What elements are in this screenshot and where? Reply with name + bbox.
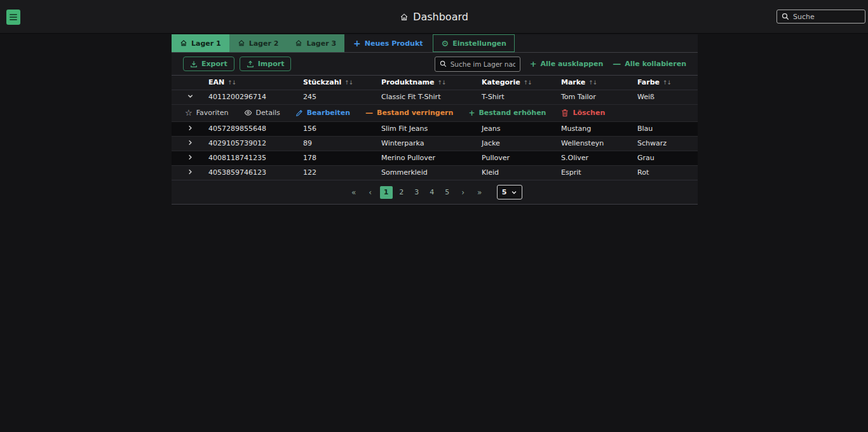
import-button[interactable]: Import (240, 57, 292, 71)
details-button[interactable]: Details (244, 109, 280, 117)
lager-search[interactable] (435, 57, 520, 72)
cell-marke: Esprit (561, 165, 637, 180)
page-button-4[interactable]: 4 (426, 186, 438, 199)
next-page-button[interactable]: › (456, 186, 470, 199)
increase-stock-button[interactable]: + Bestand erhöhen (468, 109, 546, 117)
new-product-button[interactable]: + Neues Produkt (344, 34, 431, 52)
chevron-right-icon[interactable] (187, 139, 194, 146)
chevron-right-icon[interactable] (187, 125, 194, 132)
row-actions: ☆ Favoriten Details (172, 104, 698, 121)
cell-marke: Tom Tailor (561, 90, 637, 104)
search-icon (782, 13, 789, 20)
pencil-icon (295, 109, 303, 117)
tab-lager-1[interactable]: Lager 1 (172, 34, 229, 52)
page-size-select[interactable]: 5 (497, 185, 523, 199)
prev-page-button[interactable]: ‹ (363, 186, 377, 199)
table-row[interactable]: 4053859746123 122 Sommerkleid Kleid Espr… (172, 165, 698, 180)
edit-button[interactable]: Bearbeiten (295, 109, 350, 117)
column-header-stueckzahl[interactable]: Stückzahl↑↓ (303, 76, 381, 90)
table-toolbar: Export Import + (172, 53, 698, 76)
table-header-row: EAN↑↓ Stückzahl↑↓ Produktname↑↓ Kategori… (172, 76, 698, 90)
table-row[interactable]: 4011200296714 245 Classic Fit T-Shirt T-… (172, 90, 698, 104)
decrease-stock-button[interactable]: — Bestand verringern (365, 109, 453, 117)
cell-kategorie: Pullover (482, 151, 561, 165)
chevron-right-icon[interactable] (187, 154, 194, 161)
cell-stueckzahl: 89 (303, 136, 381, 151)
page-button-1[interactable]: 1 (380, 186, 393, 199)
table-row[interactable]: 4029105739012 89 Winterparka Jacke Welle… (172, 136, 698, 151)
inventory-panel: Lager 1 Lager 2 Lager 3 + Neues Produkt … (172, 34, 698, 205)
page-title-text: Dashboard (413, 11, 468, 23)
cell-kategorie: Jeans (482, 121, 561, 136)
hamburger-menu-button[interactable] (6, 10, 20, 25)
settings-button[interactable]: ⚙ Einstellungen (433, 34, 514, 52)
expand-all-label: Alle ausklappen (541, 60, 604, 68)
sort-icon: ↑↓ (663, 79, 671, 86)
cell-ean: 4053859746123 (208, 165, 303, 180)
sort-icon: ↑↓ (524, 79, 532, 86)
cell-farbe: Grau (637, 151, 698, 165)
last-page-button[interactable]: » (473, 186, 487, 199)
tab-label: Lager 3 (306, 39, 336, 48)
sort-icon: ↑↓ (227, 79, 236, 86)
cell-kategorie: Kleid (482, 165, 561, 180)
cell-farbe: Schwarz (637, 136, 698, 151)
plus-icon: + (530, 59, 537, 69)
cell-produktname: Sommerkleid (381, 165, 482, 180)
column-header-ean[interactable]: EAN↑↓ (208, 76, 303, 90)
gear-icon: ⚙ (441, 39, 449, 48)
cell-marke: Mustang (561, 121, 637, 136)
page-button-3[interactable]: 3 (410, 186, 423, 199)
chevron-down-icon (511, 189, 517, 196)
global-search[interactable] (776, 10, 865, 24)
cell-marke: Wellensteyn (561, 136, 637, 151)
favorites-button[interactable]: ☆ Favoriten (185, 109, 229, 117)
collapse-all-button[interactable]: — Alle kollabieren (613, 59, 686, 69)
tab-lager-2[interactable]: Lager 2 (229, 34, 287, 52)
settings-label: Einstellungen (452, 39, 506, 48)
new-product-label: Neues Produkt (365, 39, 423, 48)
cell-ean: 4008118741235 (208, 151, 303, 165)
table-row[interactable]: 4008118741235 178 Merino Pullover Pullov… (172, 151, 698, 165)
page-title: Dashboard (0, 0, 868, 34)
column-header-farbe[interactable]: Farbe↑↓ (637, 76, 698, 90)
page-button-5[interactable]: 5 (441, 186, 454, 199)
lager-search-input[interactable] (451, 60, 515, 68)
cell-produktname: Winterparka (381, 136, 482, 151)
import-export-group: Export Import (183, 57, 291, 71)
filter-group: + Alle ausklappen — Alle kollabieren (435, 57, 686, 72)
expand-column-header (172, 76, 208, 90)
export-button[interactable]: Export (183, 57, 234, 71)
expand-all-button[interactable]: + Alle ausklappen (530, 59, 604, 69)
tab-label: Lager 2 (249, 39, 279, 48)
delete-button[interactable]: Löschen (561, 109, 605, 117)
cell-ean: 4011200296714 (208, 90, 303, 104)
collapse-all-label: Alle kollabieren (625, 60, 686, 68)
chevron-down-icon[interactable] (187, 93, 194, 100)
trash-icon (561, 109, 569, 117)
home-icon (400, 13, 409, 22)
tab-label: Lager 1 (191, 39, 221, 48)
cell-stueckzahl: 156 (303, 121, 381, 136)
chevron-right-icon[interactable] (187, 168, 194, 175)
first-page-button[interactable]: « (347, 186, 361, 199)
cell-stueckzahl: 245 (303, 90, 381, 104)
eye-icon (244, 109, 252, 117)
home-icon (180, 39, 187, 47)
cell-stueckzahl: 178 (303, 151, 381, 165)
page-size-value: 5 (502, 188, 507, 196)
topbar: Dashboard (0, 0, 868, 34)
page-button-2[interactable]: 2 (395, 186, 408, 199)
column-header-produktname[interactable]: Produktname↑↓ (381, 76, 482, 90)
column-header-kategorie[interactable]: Kategorie↑↓ (482, 76, 561, 90)
cell-kategorie: T-Shirt (482, 90, 561, 104)
plus-icon: + (353, 38, 361, 48)
plus-icon: + (468, 109, 475, 117)
home-icon (238, 39, 245, 47)
cell-stueckzahl: 122 (303, 165, 381, 180)
global-search-input[interactable] (793, 13, 860, 21)
tab-lager-3[interactable]: Lager 3 (287, 34, 344, 52)
table-row[interactable]: 4057289855648 156 Slim Fit Jeans Jeans M… (172, 121, 698, 136)
column-header-marke[interactable]: Marke↑↓ (561, 76, 637, 90)
import-label: Import (258, 60, 285, 68)
